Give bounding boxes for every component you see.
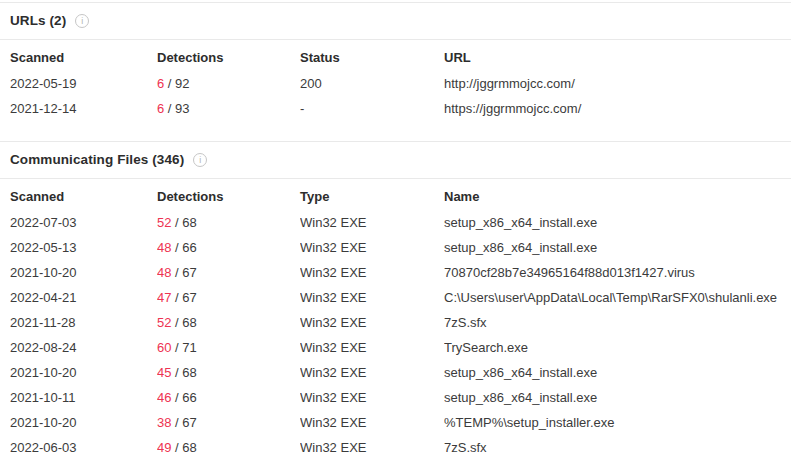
detection-total: 68	[182, 365, 196, 380]
detections-cell: 46 / 66	[157, 385, 300, 410]
detection-separator: /	[171, 390, 182, 405]
detection-total: 68	[182, 215, 196, 230]
communicating-files-table: Scanned Detections Type Name 2022-07-03 …	[0, 179, 791, 460]
communicating-files-section-title: Communicating Files (346)	[10, 152, 184, 168]
detection-separator: /	[171, 315, 182, 330]
detection-total: 66	[182, 240, 196, 255]
detections-cell: 52 / 68	[157, 210, 300, 235]
detection-positive: 52	[157, 315, 171, 330]
urls-section-header: URLs (2) i	[0, 2, 791, 40]
detection-separator: /	[171, 215, 182, 230]
url-cell: http://jggrmmojcc.com/	[444, 71, 791, 96]
column-header-scanned: Scanned	[0, 40, 157, 71]
scanned-cell: 2022-04-21	[0, 285, 157, 310]
name-cell: TrySearch.exe	[444, 335, 791, 360]
urls-table-wrap: Scanned Detections Status URL 2022-05-19…	[0, 40, 791, 141]
name-cell: 7zS.sfx	[444, 435, 791, 460]
detections-cell: 48 / 67	[157, 260, 300, 285]
detections-cell: 6 / 93	[157, 96, 300, 121]
detection-total: 67	[182, 290, 196, 305]
detections-cell: 52 / 68	[157, 310, 300, 335]
communicating-files-section: Communicating Files (346) i Scanned Dete…	[0, 141, 791, 460]
scanned-cell: 2021-10-20	[0, 260, 157, 285]
file-name-link[interactable]: 7zS.sfx	[444, 315, 487, 330]
info-icon[interactable]: i	[193, 153, 207, 167]
detections-cell: 48 / 66	[157, 235, 300, 260]
url-link[interactable]: https://jggrmmojcc.com/	[444, 101, 581, 116]
detection-positive: 47	[157, 290, 171, 305]
type-cell: Win32 EXE	[300, 335, 444, 360]
file-row: 2022-07-03 52 / 68 Win32 EXE setup_x86_x…	[0, 210, 791, 235]
detections-cell: 60 / 71	[157, 335, 300, 360]
file-row: 2021-10-20 38 / 67 Win32 EXE %TEMP%\setu…	[0, 410, 791, 435]
name-cell: setup_x86_x64_install.exe	[444, 235, 791, 260]
detection-separator: /	[171, 265, 182, 280]
type-cell: Win32 EXE	[300, 235, 444, 260]
url-link[interactable]: http://jggrmmojcc.com/	[444, 76, 575, 91]
scanned-cell: 2021-10-11	[0, 385, 157, 410]
file-name-link[interactable]: setup_x86_x64_install.exe	[444, 365, 597, 380]
urls-table: Scanned Detections Status URL 2022-05-19…	[0, 40, 791, 121]
scanned-cell: 2022-05-13	[0, 235, 157, 260]
type-cell: Win32 EXE	[300, 260, 444, 285]
files-table-header-row: Scanned Detections Type Name	[0, 179, 791, 210]
detection-separator: /	[171, 240, 182, 255]
file-row: 2022-08-24 60 / 71 Win32 EXE TrySearch.e…	[0, 335, 791, 360]
detection-total: 68	[182, 440, 196, 455]
detections-cell: 6 / 92	[157, 71, 300, 96]
url-row: 2022-05-19 6 / 92 200 http://jggrmmojcc.…	[0, 71, 791, 96]
detections-cell: 47 / 67	[157, 285, 300, 310]
name-cell: C:\Users\user\AppData\Local\Temp\RarSFX0…	[444, 285, 791, 310]
file-row: 2021-10-11 46 / 66 Win32 EXE setup_x86_x…	[0, 385, 791, 410]
type-cell: Win32 EXE	[300, 210, 444, 235]
file-name-link[interactable]: %TEMP%\setup_installer.exe	[444, 415, 615, 430]
detection-positive: 52	[157, 215, 171, 230]
urls-section-title: URLs (2)	[10, 13, 66, 29]
detection-total: 68	[182, 315, 196, 330]
type-cell: Win32 EXE	[300, 310, 444, 335]
detection-total: 67	[182, 415, 196, 430]
detection-positive: 48	[157, 240, 171, 255]
name-cell: setup_x86_x64_install.exe	[444, 385, 791, 410]
info-icon[interactable]: i	[75, 14, 89, 28]
column-header-type: Type	[300, 179, 444, 210]
column-header-scanned: Scanned	[0, 179, 157, 210]
detection-total: 71	[182, 340, 196, 355]
detection-separator: /	[171, 440, 182, 455]
detections-cell: 49 / 68	[157, 435, 300, 460]
file-name-link[interactable]: TrySearch.exe	[444, 340, 528, 355]
file-name-link[interactable]: C:\Users\user\AppData\Local\Temp\RarSFX0…	[444, 290, 777, 305]
file-row: 2022-06-03 49 / 68 Win32 EXE 7zS.sfx	[0, 435, 791, 460]
file-row: 2022-04-21 47 / 67 Win32 EXE C:\Users\us…	[0, 285, 791, 310]
type-cell: Win32 EXE	[300, 360, 444, 385]
detections-cell: 38 / 67	[157, 410, 300, 435]
file-row: 2022-05-13 48 / 66 Win32 EXE setup_x86_x…	[0, 235, 791, 260]
file-row: 2021-11-28 52 / 68 Win32 EXE 7zS.sfx	[0, 310, 791, 335]
name-cell: setup_x86_x64_install.exe	[444, 360, 791, 385]
file-name-link[interactable]: setup_x86_x64_install.exe	[444, 215, 597, 230]
detection-separator: /	[171, 290, 182, 305]
detection-positive: 38	[157, 415, 171, 430]
file-row: 2021-10-20 45 / 68 Win32 EXE setup_x86_x…	[0, 360, 791, 385]
type-cell: Win32 EXE	[300, 410, 444, 435]
detection-positive: 48	[157, 265, 171, 280]
file-name-link[interactable]: setup_x86_x64_install.exe	[444, 390, 597, 405]
detection-total: 93	[175, 101, 189, 116]
name-cell: 7zS.sfx	[444, 310, 791, 335]
urls-section: URLs (2) i Scanned Detections Status URL	[0, 2, 791, 141]
file-name-link[interactable]: 70870cf28b7e34965164f88d013f1427.virus	[444, 265, 695, 280]
type-cell: Win32 EXE	[300, 385, 444, 410]
file-name-link[interactable]: 7zS.sfx	[444, 440, 487, 455]
info-icon-glyph: i	[199, 156, 201, 165]
file-name-link[interactable]: setup_x86_x64_install.exe	[444, 240, 597, 255]
relations-panel: URLs (2) i Scanned Detections Status URL	[0, 0, 791, 460]
scanned-cell: 2021-12-14	[0, 96, 157, 121]
detection-positive: 46	[157, 390, 171, 405]
detection-positive: 60	[157, 340, 171, 355]
column-header-detections: Detections	[157, 40, 300, 71]
url-cell: https://jggrmmojcc.com/	[444, 96, 791, 121]
url-row: 2021-12-14 6 / 93 - https://jggrmmojcc.c…	[0, 96, 791, 121]
file-row: 2021-10-20 48 / 67 Win32 EXE 70870cf28b7…	[0, 260, 791, 285]
detection-separator: /	[164, 101, 175, 116]
scanned-cell: 2021-10-20	[0, 410, 157, 435]
